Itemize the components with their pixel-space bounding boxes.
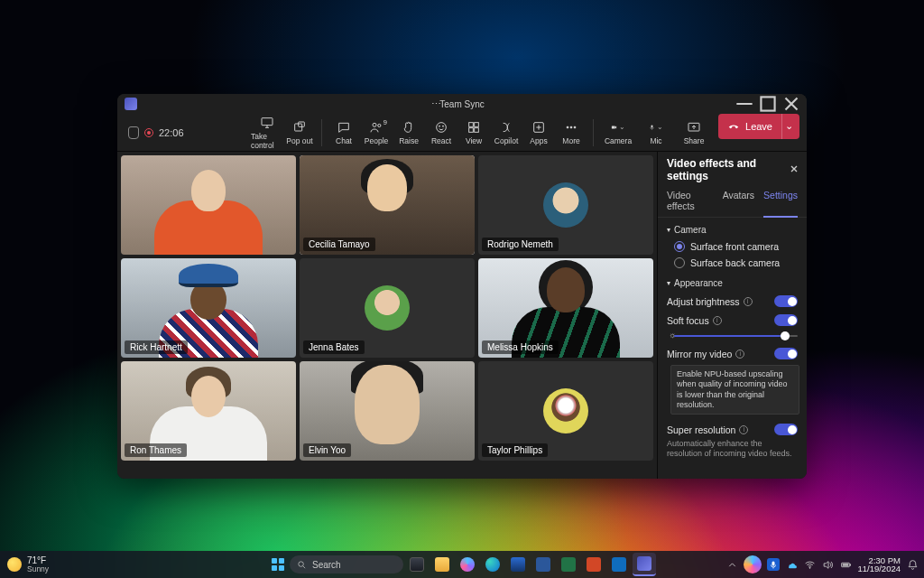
teams-meeting-window: Team Sync ⋯ 22:06 Take control Pop out [117, 94, 807, 479]
people-icon: 9 [369, 120, 383, 135]
participant-tile[interactable]: Rick Hartnett [121, 258, 296, 358]
raise-hand-icon [402, 120, 416, 135]
notifications-tray-icon[interactable] [906, 558, 919, 571]
participant-name: Taylor Phillips [482, 443, 548, 457]
participant-avatar [543, 182, 588, 228]
taskbar-app-store[interactable] [506, 553, 530, 576]
info-icon[interactable]: i [713, 316, 722, 325]
soft-focus-toggle[interactable]: Soft focusi [658, 311, 807, 330]
participant-tile[interactable]: Cecilia Tamayo [300, 155, 475, 255]
svg-rect-25 [843, 564, 849, 565]
participant-tile[interactable]: Melissa Hopkins [478, 258, 653, 358]
hangup-icon [727, 120, 740, 133]
elapsed-time: 22:06 [159, 127, 184, 138]
svg-point-6 [437, 122, 447, 132]
volume-tray-icon[interactable] [821, 558, 834, 571]
taskbar-app-excel[interactable] [557, 553, 580, 576]
adjust-brightness-toggle[interactable]: Adjust brightnessi [658, 292, 807, 311]
leave-dropdown[interactable]: ⌄ [781, 114, 796, 139]
pop-out-button[interactable]: Pop out [283, 114, 316, 152]
taskbar-app-word[interactable] [531, 553, 555, 576]
svg-point-15 [570, 126, 572, 128]
participant-tile[interactable]: Ron Thames [121, 361, 296, 461]
mirror-video-toggle[interactable]: Mirror my videoi [658, 344, 807, 363]
tab-video-effects[interactable]: Video effects [667, 190, 714, 217]
participant-tile[interactable]: Jenna Bates [300, 258, 475, 358]
participant-tile[interactable]: Elvin Yoo [300, 361, 475, 461]
svg-point-5 [378, 124, 381, 126]
super-resolution-description: Automatically enhance the resolution of … [658, 439, 807, 465]
radio-selected-icon [674, 241, 685, 252]
participant-tile[interactable]: Rodrigo Nemeth [478, 155, 653, 255]
svg-point-7 [439, 126, 439, 126]
svg-rect-21 [772, 561, 775, 565]
copilot-button[interactable]: Copilot [490, 114, 522, 152]
taskbar-app-taskview[interactable] [405, 553, 429, 576]
close-panel-button[interactable] [789, 163, 799, 176]
svg-point-14 [567, 126, 568, 128]
search-icon [297, 560, 307, 570]
camera-back-radio[interactable]: Surface back camera [658, 255, 807, 271]
start-button[interactable] [268, 555, 288, 574]
monitor-icon [260, 116, 274, 130]
svg-rect-1 [262, 117, 273, 125]
battery-tray-icon[interactable] [839, 558, 852, 571]
taskbar-app-edge[interactable] [481, 553, 504, 576]
toggle-on-icon [774, 348, 798, 359]
chat-button[interactable]: Chat [328, 114, 360, 152]
take-control-button[interactable]: Take control [251, 114, 283, 152]
share-button[interactable]: Share [675, 114, 713, 152]
mic-icon: ⌄ [649, 120, 663, 135]
mic-toggle-button[interactable]: ⌄ Mic [637, 114, 675, 152]
svg-point-8 [442, 126, 443, 126]
view-button[interactable]: View [457, 114, 490, 152]
copilot-icon [499, 120, 513, 135]
taskbar-app-powerpoint[interactable] [582, 553, 605, 576]
taskbar-clock[interactable]: 2:30 PM 11/19/2024 [857, 556, 901, 573]
tray-chevron-icon[interactable] [725, 558, 738, 571]
info-icon[interactable]: i [744, 297, 753, 306]
participant-tile[interactable] [121, 155, 296, 255]
camera-front-radio[interactable]: Surface front camera [658, 238, 807, 255]
minimize-button[interactable] [733, 94, 756, 114]
camera-toggle-button[interactable]: ⌄ Camera [599, 114, 637, 152]
super-resolution-toggle[interactable]: Super resolutioni [658, 420, 807, 439]
svg-point-22 [809, 567, 810, 568]
participant-name: Elvin Yoo [303, 443, 351, 457]
people-button[interactable]: 9 People [360, 114, 393, 152]
window-titlebar: Team Sync ⋯ [117, 94, 807, 114]
close-window-button[interactable] [780, 94, 803, 114]
taskbar-app-outlook[interactable] [607, 553, 631, 576]
participant-avatar [365, 285, 410, 331]
taskbar-app-explorer[interactable] [430, 553, 454, 576]
mic-tray-icon[interactable] [767, 558, 780, 571]
privacy-shield-icon [128, 126, 139, 139]
taskbar-search[interactable]: Search [290, 555, 403, 573]
copilot-tray-icon[interactable] [744, 555, 762, 573]
soft-focus-slider[interactable]: ☼ [674, 331, 798, 340]
info-icon[interactable]: i [739, 425, 748, 434]
more-button[interactable]: More [555, 114, 587, 152]
leave-button[interactable]: Leave ⌄ [718, 114, 799, 139]
participant-grid: Cecilia Tamayo Rodrigo Nemeth Rick Hartn… [117, 152, 657, 479]
windows-taskbar: 71°F Sunny Search 2:30 PM 11/19/2 [0, 551, 924, 578]
panel-tabs: Video effects Avatars Settings [658, 184, 807, 218]
taskbar-app-copilot[interactable] [456, 553, 479, 576]
camera-section-header[interactable]: ▾ Camera [658, 218, 807, 238]
react-button[interactable]: React [425, 114, 457, 152]
wifi-tray-icon[interactable] [803, 558, 816, 571]
apps-button[interactable]: Apps [522, 114, 555, 152]
weather-widget[interactable]: 71°F Sunny [0, 556, 49, 573]
raise-hand-button[interactable]: Raise [393, 114, 425, 152]
taskbar-app-teams[interactable] [633, 553, 656, 576]
grid-view-icon [467, 120, 481, 135]
meeting-title: Team Sync [117, 99, 807, 109]
participant-tile[interactable]: Taylor Phillips [478, 361, 653, 461]
tab-avatars[interactable]: Avatars [723, 190, 754, 217]
onedrive-tray-icon[interactable] [785, 558, 798, 571]
tab-settings[interactable]: Settings [763, 190, 798, 218]
titlebar-more-button[interactable]: ⋯ [426, 98, 447, 110]
maximize-button[interactable] [756, 94, 780, 114]
info-icon[interactable]: i [735, 350, 744, 359]
appearance-section-header[interactable]: ▾ Appearance [658, 271, 807, 292]
